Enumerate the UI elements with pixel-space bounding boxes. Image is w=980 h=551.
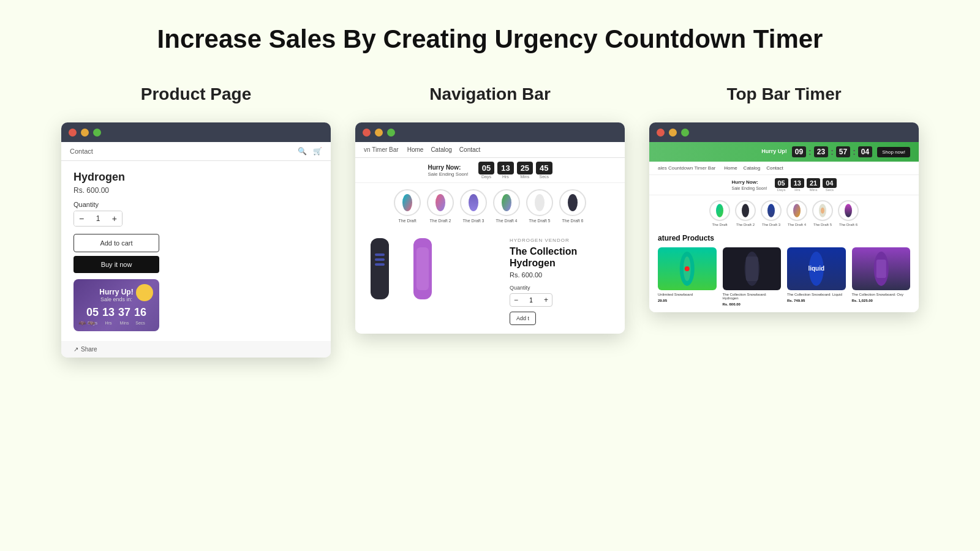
top-products-row: The Draft The Draft 2 The (649, 195, 919, 231)
svg-rect-8 (375, 258, 385, 261)
top-days-val: 09 (792, 146, 806, 157)
product-name-1: The Draft (398, 219, 416, 223)
nav-qty-decrease[interactable]: − (510, 294, 522, 306)
nav-timer-days-col: 05 Days (478, 162, 494, 179)
svg-rect-6 (371, 238, 389, 299)
nav-timer-secs-label: Secs (540, 174, 549, 179)
top-countdown-bar: Hurry Now: Sale Ending Soon! 05 Days 13 … (649, 175, 919, 195)
top-nav-contact[interactable]: Contact (766, 165, 783, 171)
nav-timer-secs-col: 45 Secs (536, 162, 552, 179)
nav-link-catalog[interactable]: Catalog (431, 146, 451, 153)
navigation-bar-browser: vn Timer Bar Home Catalog Contact Hurry … (355, 122, 625, 334)
top-product-circle-6[interactable] (838, 200, 859, 221)
countdown-hrs-label: Hrs (102, 321, 115, 325)
shop-now-button[interactable]: Shop now! (877, 147, 910, 157)
top-product-circle-4[interactable] (786, 200, 807, 221)
countdown-secs-label: Secs (134, 321, 146, 325)
featured-product-name-2: The Collection Snowboard: Hydrogen (723, 293, 782, 300)
top-timer2-secs-col: 04 Secs (823, 178, 836, 192)
dot-yellow[interactable] (669, 129, 677, 137)
svg-point-5 (568, 194, 578, 211)
qty-decrease-btn[interactable]: − (74, 211, 89, 226)
dot-red[interactable] (657, 129, 665, 137)
add-to-cart-button[interactable]: Add to cart (74, 234, 159, 252)
qty-increase-btn[interactable]: + (107, 211, 122, 226)
nav-countdown-bar: Hurry Now: Sale Ending Soon! 05 Days 13 … (355, 158, 625, 183)
top-timer2-mins-col: 21 Mins (807, 178, 820, 192)
product-circle-1[interactable] (394, 189, 421, 216)
top-product-name-5: The Draft 5 (813, 223, 832, 227)
top-timer2-secs-label: Secs (826, 188, 834, 192)
top-product-circle-3[interactable] (761, 200, 782, 221)
product-circle-2[interactable] (427, 189, 454, 216)
list-item: liquid The Collection Snowboard: Liquid … (787, 247, 846, 306)
list-item: The Draft 6 (559, 189, 586, 223)
countdown-secs-val: 16 (134, 306, 146, 319)
featured-product-name-1: Unlimited Snowboard (658, 293, 717, 296)
product-title: Hydrogen (74, 171, 318, 184)
top-hurry-text: Hurry Up! (761, 148, 787, 156)
svg-point-13 (742, 204, 749, 217)
dot-red[interactable] (363, 129, 371, 137)
featured-product-img-4 (852, 247, 911, 290)
buy-now-button[interactable]: Buy it now (74, 256, 159, 273)
product-circle-6[interactable] (559, 189, 586, 216)
list-item: The Draft (394, 189, 421, 223)
top-product-circle-2[interactable] (735, 200, 756, 221)
featured-product-img-3: liquid (787, 247, 846, 290)
nav-browser-content: vn Timer Bar Home Catalog Contact Hurry … (355, 142, 625, 334)
search-icon[interactable]: 🔍 (298, 147, 307, 156)
nav-topbar: vn Timer Bar Home Catalog Contact (355, 142, 625, 158)
dot-green[interactable] (93, 129, 101, 137)
dot-green[interactable] (681, 129, 689, 137)
product-circle-5[interactable] (526, 189, 553, 216)
countdown-days-val: 05 (86, 306, 99, 319)
list-item: The Draft 2 (427, 189, 454, 223)
top-browser-content: Hurry Up! 09 : 23 : 57 : 04 Shop now! (649, 142, 919, 312)
dot-green[interactable] (387, 129, 395, 137)
top-timer2-days-label: Days (777, 188, 786, 192)
featured-product-name-3: The Collection Snowboard: Liquid (787, 293, 846, 296)
nav-site-name: vn Timer Bar (364, 146, 399, 153)
countdown-widget: Hurry Up! Sale ends in: 05 13 37 16 Days… (74, 279, 159, 331)
nav-timer-mins-val: 25 (517, 162, 533, 174)
nav-add-button[interactable]: Add t (510, 312, 536, 325)
share-label[interactable]: Share (81, 346, 97, 353)
top-product-name-2: The Draft 2 (736, 223, 755, 227)
top-bar-timer-col: Top Bar Timer Hurry Up! 09 : (649, 84, 919, 312)
nav-link-contact[interactable]: Contact (459, 146, 480, 153)
nav-vendor: HYDROGEN VENDOR (510, 238, 619, 243)
top-nav-catalog[interactable]: Catalog (744, 165, 761, 171)
nav-qty-increase[interactable]: + (540, 294, 552, 306)
product-circle-4[interactable] (493, 189, 520, 216)
top-timer2-days-col: 05 Days (775, 178, 788, 192)
product-browser-content: Contact 🔍 🛒 Hydrogen Rs. 600.00 Quantity… (61, 142, 331, 358)
navigation-bar-section-title: Navigation Bar (429, 84, 551, 104)
product-page-browser: Contact 🔍 🛒 Hydrogen Rs. 600.00 Quantity… (61, 122, 331, 358)
list-item: The Draft 3 (761, 200, 782, 227)
list-item: The Draft 3 (460, 189, 487, 223)
product-name-4: The Draft 4 (496, 219, 517, 223)
svg-text:liquid: liquid (808, 265, 824, 272)
svg-rect-11 (417, 247, 429, 290)
top-nav-home[interactable]: Home (724, 165, 737, 171)
list-item: The Draft 4 (786, 200, 807, 227)
svg-rect-7 (375, 253, 385, 256)
nav-link-home[interactable]: Home (407, 146, 424, 153)
top-product-circle-5[interactable] (812, 200, 833, 221)
cart-icon[interactable]: 🛒 (313, 147, 322, 156)
dot-yellow[interactable] (81, 129, 89, 137)
list-item: The Draft 5 (812, 200, 833, 227)
dot-red[interactable] (69, 129, 77, 137)
nav-qty-label: Quantity (510, 285, 619, 291)
svg-point-1 (435, 194, 445, 211)
nav-timer-secs-val: 45 (536, 162, 552, 174)
product-topbar-icons: 🔍 🛒 (298, 147, 322, 156)
top-product-name-3: The Draft 3 (762, 223, 780, 227)
cards-row: Product Page Contact 🔍 🛒 (37, 84, 943, 358)
list-item: Unlimited Snowboard 29.95 (658, 247, 717, 306)
top-product-circle-1[interactable] (709, 200, 730, 221)
dot-yellow[interactable] (375, 129, 383, 137)
product-contact-link[interactable]: Contact (70, 148, 93, 155)
product-circle-3[interactable] (460, 189, 487, 216)
